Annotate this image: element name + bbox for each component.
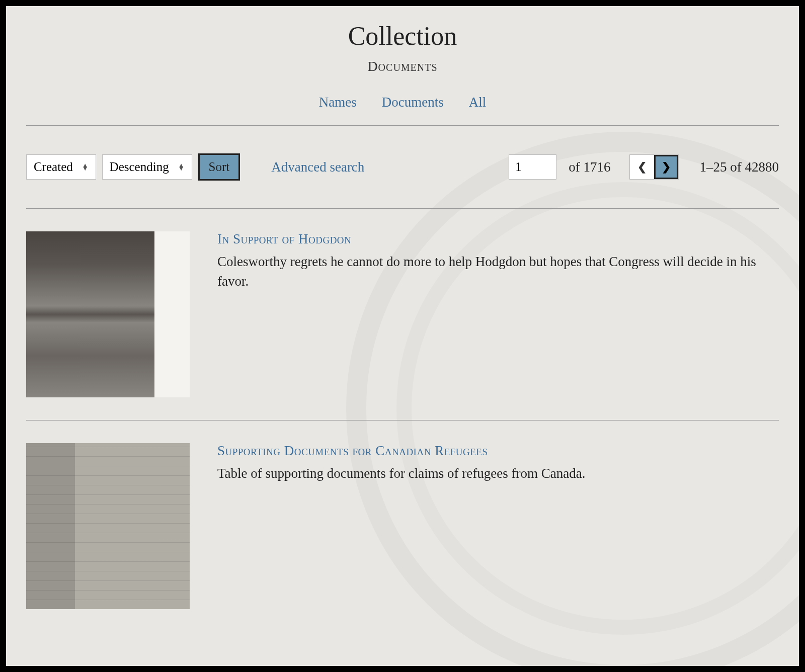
sort-field-value: Created [34,160,73,174]
nav-tabs: Names Documents All [26,95,779,110]
result-item: In Support of Hodgdon Colesworthy regret… [26,209,779,420]
sort-order-select[interactable]: Descending ▲▼ [102,154,192,180]
result-description: Colesworthy regrets he cannot do more to… [217,252,779,291]
result-title-link[interactable]: Supporting Documents for Canadian Refuge… [217,443,779,459]
sort-order-value: Descending [110,160,169,174]
page-title: Collection [26,21,779,51]
tab-documents[interactable]: Documents [382,95,444,110]
result-thumbnail[interactable] [26,443,190,609]
result-title-link[interactable]: In Support of Hodgdon [217,231,779,247]
sort-button[interactable]: Sort [198,153,240,181]
tab-names[interactable]: Names [319,95,357,110]
page-number-input[interactable] [509,154,556,180]
advanced-search-link[interactable]: Advanced search [271,159,364,175]
pager: ❮ ❯ [629,154,679,180]
page-subtitle: Documents [26,58,779,74]
result-thumbnail[interactable] [26,231,190,397]
select-arrows-icon: ▲▼ [82,164,89,171]
next-page-button[interactable]: ❯ [654,155,678,179]
result-item: Supporting Documents for Canadian Refuge… [26,421,779,632]
result-description: Table of supporting documents for claims… [217,464,779,483]
chevron-right-icon: ❯ [662,160,671,174]
sort-field-select[interactable]: Created ▲▼ [26,154,96,180]
page-total-label: of 1716 [569,159,610,175]
controls-row: Created ▲▼ Descending ▲▼ Sort Advanced s… [26,126,779,208]
result-count: 1–25 of 42880 [700,159,779,175]
tab-all[interactable]: All [469,95,487,110]
chevron-left-icon: ❮ [637,160,647,174]
prev-page-button[interactable]: ❮ [630,155,654,179]
select-arrows-icon: ▲▼ [178,164,185,171]
